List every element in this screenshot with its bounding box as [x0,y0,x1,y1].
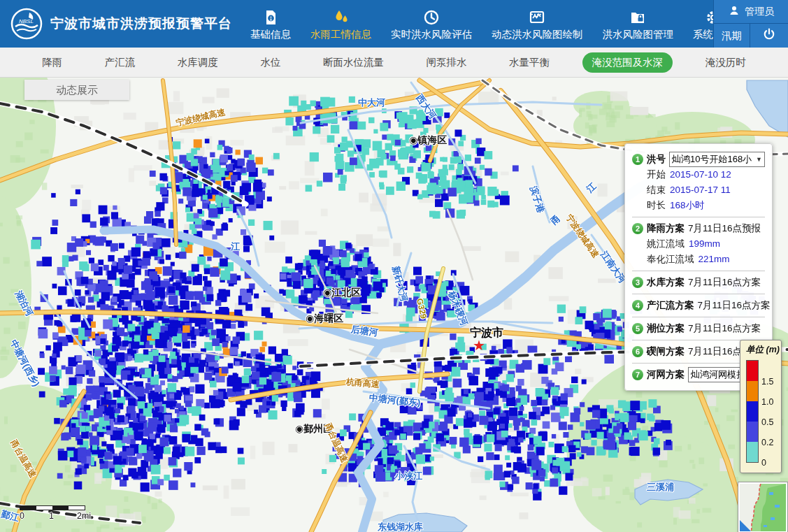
nav-item-dynamic-flood-map[interactable]: 动态洪水风险图绘制 [492,9,583,48]
step-badge: 4 [632,300,643,311]
panel-row: 开始2015-07-10 12 [632,167,765,182]
section-value: 7月11日16点方案 [688,275,761,290]
step-badge: 7 [632,369,643,380]
panel-section-rainfall: 2降雨方案7月11日16点预报姚江流域199mm奉化江流域221mm [632,217,765,271]
step-badge: 5 [632,323,643,334]
main-nav: 基础信息水雨工情信息实时洪水风险评估动态洪水风险图绘制洪水风险图管理系统设置 [250,0,788,48]
power-button[interactable] [750,24,788,48]
tab-runoff[interactable]: 产汇流 [95,52,145,73]
legend-tick-label: 0.2 [761,438,773,447]
section-label: 河网方案 [647,367,685,382]
section-value: 7月11日16点方案 [688,321,761,336]
tab-gate-pump[interactable]: 闸泵排水 [417,52,477,73]
chevron-down-icon: ▼ [756,152,762,167]
folder-lock-icon [629,9,646,26]
tab-section-flow[interactable]: 断面水位流量 [313,52,394,73]
panel-row: 时长168小时 [632,198,765,213]
legend-colorbar: 1.51.00.50.20 [746,360,757,463]
user-block: 管理员 汛期 [713,0,788,48]
scalebar-label: 1 [49,511,54,521]
legend-tick-label: 0 [761,458,766,468]
panel-row: 姚江流域199mm [632,236,765,252]
flood-season-button[interactable]: 汛期 [714,24,750,48]
sub-nav: 降雨产汇流水库调度水位断面水位流量闸泵排水水量平衡淹没范围及水深淹没历时 [0,48,788,78]
nav-item-label: 实时洪水风险评估 [391,28,472,41]
legend-tick-label: 1.0 [761,397,773,407]
app-logo-icon: NBSL [10,7,43,41]
top-header: NBSL 宁波市城市洪涝预报预警平台 基础信息水雨工情信息实时洪水风险评估动态洪… [0,0,788,48]
legend-tick-label: 0.5 [761,417,773,427]
overview-minimap[interactable] [738,482,787,532]
step-badge: 6 [632,346,643,357]
section-label: 潮位方案 [647,321,685,336]
minimap-toggle-icon[interactable] [740,520,751,531]
section-label: 碶闸方案 [647,344,685,359]
panel-section-flood-id: 1洪号灿鸿10号开始168小▼开始2015-07-10 12结束2015-07-… [632,148,765,217]
nav-item-flood-map-mgmt[interactable]: 洪水风险图管理 [603,9,674,48]
nav-item-label: 动态洪水风险图绘制 [492,28,583,41]
section-label: 降雨方案 [647,221,685,236]
scalebar-label: 0 [20,511,24,521]
power-icon [762,27,776,44]
step-badge: 2 [632,223,643,234]
dynamic-display-button[interactable]: 动态展示 [24,80,129,100]
legend-segment: 1.5 [746,360,759,381]
panel-section-runoff: 4产汇流方案7月11日16点方案 [632,294,765,317]
legend-segment: 0.2 [746,422,759,442]
legend-tick-label: 1.5 [761,377,773,387]
user-name: 管理员 [745,6,774,18]
tab-reservoir-dispatch[interactable]: 水库调度 [168,52,228,73]
legend-title: 单位 (m) [746,344,778,356]
step-badge: 1 [632,154,643,165]
tab-water-balance[interactable]: 水量平衡 [499,52,559,73]
section-value: 7月11日16点方案 [698,298,771,313]
user-button[interactable]: 管理员 [714,0,788,24]
section-label: 洪号 [647,152,666,167]
panel-section-tide: 5潮位方案7月11日16点方案 [632,317,765,340]
nav-item-rain-water-info[interactable]: 水雨工情信息 [310,9,371,48]
brand: NBSL 宁波市城市洪涝预报预警平台 [0,7,232,41]
tab-inundation-extent-depth[interactable]: 淹没范围及水深 [582,52,673,73]
nav-item-label: 洪水风险图管理 [603,28,674,41]
legend-segment: 0.5 [746,401,759,422]
panel-row: 结束2015-07-17 11 [632,182,765,198]
app-window: NBSL 宁波市城市洪涝预报预警平台 基础信息水雨工情信息实时洪水风险评估动态洪… [0,0,788,532]
scalebar-bar [20,505,85,510]
clock-icon [423,9,440,26]
map-scalebar: 0 1 2mi [20,505,96,522]
step-badge: 3 [632,277,643,288]
info-doc-icon [262,9,279,26]
panel-section-reservoir: 3水库方案7月11日16点方案 [632,271,765,294]
map-area[interactable]: ◉镇海区◉江北区◉海曙区◉鄞州区宁波市★中大河西大河滨子港甬 江江南大河后塘河湖… [0,78,788,532]
svg-text:NBSL: NBSL [19,18,34,24]
tab-water-level[interactable]: 水位 [250,52,290,73]
scalebar-label: 2mi [77,511,91,521]
section-label: 水库方案 [647,275,685,290]
flood-id-select[interactable]: 灿鸿10号开始168小▼ [669,152,765,167]
tab-inundation-duration[interactable]: 淹没历时 [696,52,756,73]
chart-monitor-icon [529,9,545,26]
user-icon [728,4,740,19]
scalebar-labels: 0 1 2mi [20,510,96,522]
nav-item-label: 水雨工情信息 [310,28,371,41]
nav-item-basic-info[interactable]: 基础信息 [250,9,291,48]
legend-segment: 1.0 [746,381,759,401]
depth-legend: 单位 (m) 1.51.00.50.20 [740,340,782,473]
tab-rainfall[interactable]: 降雨 [32,52,72,73]
app-title: 宁波市城市洪涝预报预警平台 [50,15,232,33]
legend-segment: 0 [746,442,759,463]
raindrops-icon [333,9,350,26]
section-label: 产汇流方案 [647,298,694,313]
nav-item-realtime-flood-risk[interactable]: 实时洪水风险评估 [391,9,472,48]
nav-item-label: 基础信息 [250,28,291,41]
panel-row: 奉化江流域221mm [632,252,765,267]
section-value: 7月11日16点预报 [688,221,761,236]
